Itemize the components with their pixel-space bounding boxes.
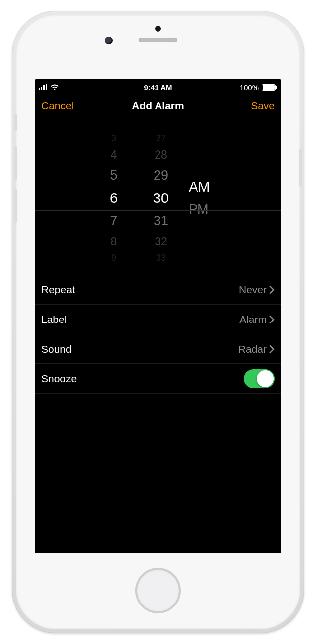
volume-up-button bbox=[14, 146, 17, 181]
status-bar-right: 100% bbox=[172, 83, 277, 92]
hour-selected: 6 bbox=[110, 187, 118, 209]
hour-picker[interactable]: 3 4 5 6 7 8 9 bbox=[90, 121, 137, 275]
hour-option: 9 bbox=[111, 251, 116, 265]
minute-option: 28 bbox=[155, 145, 167, 164]
snooze-label: Snooze bbox=[41, 373, 244, 385]
status-bar: 9:41 AM 100% bbox=[35, 79, 281, 94]
sound-value: Radar bbox=[238, 343, 267, 355]
label-row[interactable]: Label Alarm bbox=[35, 305, 281, 334]
chevron-right-icon bbox=[269, 285, 275, 294]
battery-percent: 100% bbox=[240, 83, 259, 92]
screen: 9:41 AM 100% Cancel Add Alarm Save 3 bbox=[35, 79, 281, 553]
repeat-value: Never bbox=[239, 284, 267, 296]
minute-option: 32 bbox=[155, 232, 167, 251]
sound-label: Sound bbox=[41, 343, 238, 355]
chevron-right-icon bbox=[269, 345, 275, 354]
page-title: Add Alarm bbox=[81, 100, 235, 112]
period-picker[interactable]: AM PM bbox=[185, 121, 226, 275]
hour-option: 7 bbox=[110, 209, 117, 232]
earpiece-speaker bbox=[139, 38, 177, 42]
minute-selected: 30 bbox=[153, 187, 169, 209]
hour-option: 4 bbox=[111, 145, 117, 164]
chevron-right-icon bbox=[269, 315, 275, 324]
status-bar-left bbox=[39, 84, 144, 91]
sound-row[interactable]: Sound Radar bbox=[35, 334, 281, 364]
wifi-icon bbox=[50, 84, 59, 91]
label-label: Label bbox=[41, 314, 239, 325]
home-button[interactable] bbox=[135, 568, 181, 613]
period-option: PM bbox=[189, 198, 209, 221]
repeat-label: Repeat bbox=[41, 284, 239, 296]
cancel-button[interactable]: Cancel bbox=[41, 100, 81, 112]
cellular-signal-icon bbox=[39, 84, 47, 90]
mute-switch bbox=[14, 114, 17, 131]
minute-picker[interactable]: 27 28 29 30 31 32 33 bbox=[137, 121, 185, 275]
nav-bar: Cancel Add Alarm Save bbox=[35, 94, 281, 121]
hour-option: 3 bbox=[111, 131, 116, 145]
minute-option: 31 bbox=[154, 209, 168, 232]
minute-option: 27 bbox=[156, 131, 166, 145]
period-selected: AM bbox=[189, 175, 210, 198]
repeat-row[interactable]: Repeat Never bbox=[35, 275, 281, 305]
time-picker: 3 4 5 6 7 8 9 27 28 29 30 3 bbox=[35, 121, 281, 275]
front-camera bbox=[105, 37, 113, 44]
power-button bbox=[299, 148, 302, 187]
battery-icon bbox=[262, 84, 277, 91]
alarm-settings-list: Repeat Never Label Alarm Sound Radar Sno… bbox=[35, 275, 281, 394]
minute-option: 29 bbox=[154, 164, 168, 187]
snooze-toggle[interactable] bbox=[244, 369, 275, 388]
label-value: Alarm bbox=[239, 314, 267, 325]
proximity-sensor bbox=[155, 26, 161, 32]
minute-option: 33 bbox=[156, 251, 166, 265]
status-bar-time: 9:41 AM bbox=[144, 83, 172, 92]
hour-option: 5 bbox=[110, 164, 117, 187]
iphone-device-frame: 9:41 AM 100% Cancel Add Alarm Save 3 bbox=[12, 11, 304, 633]
volume-down-button bbox=[14, 189, 17, 223]
hour-option: 8 bbox=[111, 232, 117, 251]
iphone-bezel: 9:41 AM 100% Cancel Add Alarm Save 3 bbox=[16, 15, 300, 629]
save-button[interactable]: Save bbox=[235, 100, 275, 112]
snooze-row: Snooze bbox=[35, 364, 281, 394]
